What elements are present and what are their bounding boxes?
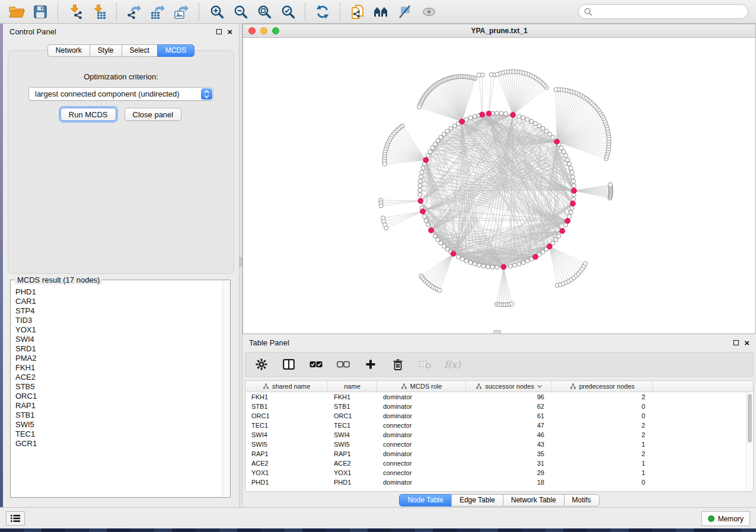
cell-successor-nodes[interactable]: 18 — [466, 477, 552, 487]
graph-node[interactable] — [551, 135, 555, 139]
cell-name[interactable]: PHD1 — [328, 477, 377, 487]
show-task-history-button[interactable] — [6, 511, 25, 525]
cell-name[interactable]: SWI5 — [328, 440, 377, 449]
mcds-result-item[interactable]: TID3 — [15, 316, 222, 325]
graph-node[interactable] — [418, 193, 422, 197]
graph-hub-node[interactable] — [460, 119, 465, 124]
graph-node[interactable] — [433, 142, 437, 146]
graph-hub-node[interactable] — [565, 218, 570, 223]
graph-hub-node[interactable] — [570, 201, 576, 206]
refresh-view-button[interactable] — [312, 2, 333, 21]
tab-mcds[interactable]: MCDS — [157, 44, 194, 57]
cell-successor-nodes[interactable]: 43 — [466, 440, 552, 449]
table-row[interactable]: PHD1PHD1dominator180 — [245, 477, 746, 487]
graph-node[interactable] — [457, 255, 461, 259]
cell-shared-name[interactable]: PHD1 — [245, 477, 328, 487]
table-row[interactable]: SWI5SWI5connector431 — [245, 440, 746, 449]
table-row[interactable]: ACE2ACE2connector311 — [245, 459, 746, 468]
add-column-button[interactable] — [364, 358, 377, 371]
import-network-button[interactable] — [65, 2, 86, 21]
graph-node[interactable] — [554, 88, 558, 92]
graph-node[interactable] — [439, 135, 443, 139]
graph-node[interactable] — [504, 111, 508, 116]
graph-node[interactable] — [489, 72, 493, 76]
search-input[interactable] — [596, 8, 742, 16]
graph-node[interactable] — [464, 259, 468, 263]
mcds-result-item[interactable]: CAR1 — [15, 297, 222, 306]
graph-node[interactable] — [418, 179, 422, 183]
mcds-result-item[interactable]: GCR1 — [15, 439, 222, 448]
graph-node[interactable] — [559, 146, 563, 150]
graph-hub-node[interactable] — [547, 244, 552, 249]
cell-successor-nodes[interactable]: 29 — [466, 468, 552, 477]
memory-button[interactable]: Memory — [701, 511, 750, 526]
mcds-result-item[interactable]: PMA2 — [15, 354, 222, 363]
graph-node[interactable] — [548, 132, 552, 136]
graph-node[interactable] — [468, 116, 473, 120]
graph-node[interactable] — [525, 259, 529, 263]
graph-node[interactable] — [430, 146, 435, 150]
graph-node[interactable] — [495, 265, 499, 270]
graph-node[interactable] — [571, 175, 575, 179]
clone-network-button[interactable] — [347, 2, 368, 21]
graph-node[interactable] — [426, 153, 430, 158]
graph-node[interactable] — [436, 139, 440, 143]
column-header-predecessor-nodes[interactable]: predecessor nodes — [552, 381, 653, 392]
cell-name[interactable]: STB1 — [328, 402, 377, 411]
graph-hub-node[interactable] — [533, 254, 538, 259]
graph-node[interactable] — [534, 121, 538, 126]
table-row[interactable]: ORC1ORC1dominator610 — [245, 411, 746, 421]
cell-shared-name[interactable]: YOX1 — [245, 468, 328, 477]
graph-node[interactable] — [512, 263, 516, 267]
graph-hub-node[interactable] — [451, 251, 456, 257]
cell-predecessor-nodes[interactable]: 1 — [552, 440, 653, 449]
graph-node[interactable] — [382, 162, 387, 166]
zoom-fit-button[interactable] — [253, 2, 275, 21]
table-mode-button[interactable] — [255, 358, 268, 371]
graph-node[interactable] — [537, 124, 541, 128]
save-session-button[interactable] — [30, 2, 51, 21]
mcds-result-item[interactable]: SRD1 — [15, 344, 222, 354]
graph-node[interactable] — [433, 234, 437, 238]
cell-shared-name[interactable]: ORC1 — [245, 411, 328, 421]
cell-name[interactable]: YOX1 — [328, 468, 377, 477]
cell-shared-name[interactable]: SWI5 — [245, 440, 328, 449]
graph-node[interactable] — [477, 73, 481, 77]
graph-node[interactable] — [464, 117, 468, 121]
graph-node[interactable] — [572, 197, 576, 201]
graph-node[interactable] — [583, 261, 588, 265]
cell-successor-nodes[interactable]: 46 — [466, 430, 552, 440]
network-titlebar[interactable]: YPA_prune.txt_1 — [243, 24, 755, 38]
graph-node[interactable] — [439, 241, 443, 245]
mcds-result-item[interactable]: ACE2 — [15, 373, 222, 382]
cell-name[interactable]: SWI4 — [328, 430, 377, 440]
graph-node[interactable] — [544, 129, 548, 133]
graph-node[interactable] — [495, 111, 499, 116]
import-table-button[interactable] — [88, 2, 110, 21]
mcds-result-item[interactable]: STP4 — [15, 306, 222, 316]
graph-node[interactable] — [419, 175, 423, 179]
graph-node[interactable] — [567, 162, 572, 166]
graph-node[interactable] — [521, 261, 525, 265]
cell-mcds-role[interactable]: connector — [377, 459, 466, 468]
cell-mcds-role[interactable]: dominator — [377, 430, 466, 440]
cell-successor-nodes[interactable]: 61 — [466, 411, 552, 421]
table-row[interactable]: RAP1RAP1dominator352 — [245, 449, 746, 459]
show-all-button[interactable] — [418, 2, 439, 21]
export-network-button[interactable] — [123, 2, 145, 21]
graph-node[interactable] — [567, 214, 572, 219]
graph-node[interactable] — [449, 126, 453, 130]
graph-node[interactable] — [525, 117, 529, 121]
zoom-in-button[interactable] — [206, 2, 227, 21]
graph-node[interactable] — [477, 263, 481, 267]
open-session-button[interactable] — [6, 2, 27, 21]
float-panel-icon[interactable] — [216, 29, 222, 34]
cell-predecessor-nodes[interactable]: 1 — [552, 459, 653, 468]
cell-successor-nodes[interactable]: 31 — [466, 459, 552, 468]
cell-mcds-role[interactable]: connector — [377, 468, 466, 477]
graph-node[interactable] — [417, 105, 422, 109]
graph-node[interactable] — [572, 184, 576, 188]
graph-hub-node[interactable] — [420, 209, 426, 214]
cell-mcds-role[interactable]: dominator — [377, 392, 466, 402]
mcds-result-item[interactable]: RAP1 — [15, 401, 222, 411]
